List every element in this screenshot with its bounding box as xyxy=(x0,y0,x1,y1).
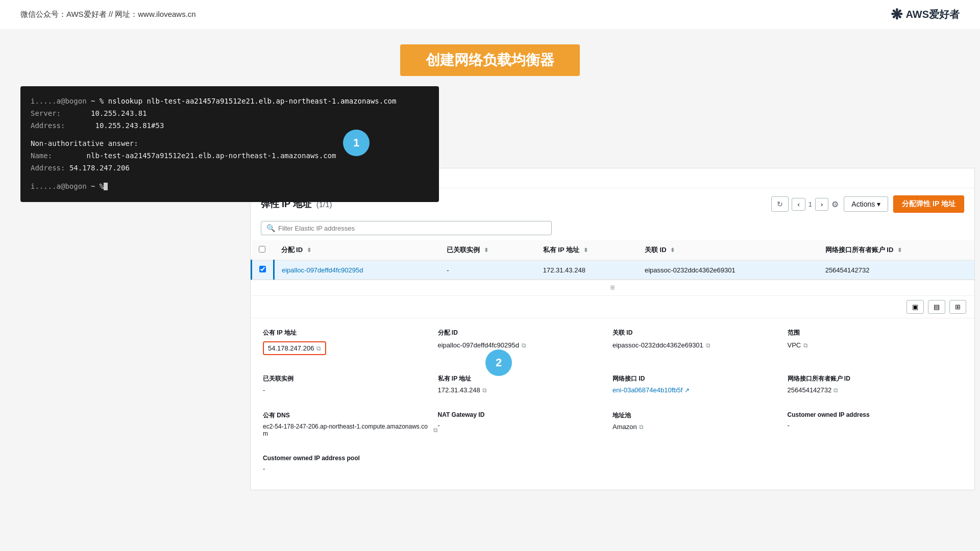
public-ip-label: 公有 IP 地址 xyxy=(263,329,438,337)
row-private-ip: 172.31.43.248 xyxy=(536,260,638,280)
terminal-line1: i.....a@bogon ~ % nslookup nlb-test-aa21… xyxy=(31,95,429,108)
terminal-addr: Address: 54.178.247.206 xyxy=(31,162,429,174)
customer-pool-label: Customer owned IP address pool xyxy=(263,455,438,462)
terminal-address: Address: 10.255.243.81#53 xyxy=(31,120,429,132)
detail-card-scope: 范围 VPC ⧉ xyxy=(788,329,963,364)
scope-value: VPC ⧉ xyxy=(788,341,963,349)
detail-icon-btn-1[interactable]: ▣ xyxy=(906,300,924,314)
terminal-prompt: i.....a@bogon ~ % xyxy=(31,181,429,193)
col-private-ip-header[interactable]: 私有 IP 地址 ⬍ xyxy=(536,240,638,260)
copy-dns-icon[interactable]: ⧉ xyxy=(433,427,438,434)
detail-network-interface: 网络接口 ID eni-03a06874e4b10fb5f ↗ xyxy=(612,374,788,401)
address-pool-label: 地址池 xyxy=(612,411,788,420)
row-association-id: eipassoc-0232ddc4362e69301 xyxy=(638,260,818,280)
private-ip-value: 172.31.43.248 ⧉ xyxy=(438,386,613,394)
allocation-id-value: eipalloc-097deffd4fc90295d ⧉ xyxy=(438,341,613,349)
detail-network-account: 网络接口所有者账户 ID 256454142732 ⧉ xyxy=(788,374,963,401)
ext-link-icon[interactable]: ↗ xyxy=(684,387,690,394)
detail-section-row3: 公有 DNS ec2-54-178-247-206.ap-northeast-1… xyxy=(251,411,974,455)
copy-private-ip-icon[interactable]: ⧉ xyxy=(482,387,487,394)
detail-cards-row1: 公有 IP 地址 54.178.247.206 ⧉ 分配 ID eipalloc… xyxy=(251,318,974,374)
private-ip-label: 私有 IP 地址 xyxy=(438,374,613,383)
search-input[interactable] xyxy=(278,224,546,232)
aws-logo: ❋ AWS爱好者 xyxy=(891,6,960,23)
detail-handle[interactable]: ≡ xyxy=(251,280,974,296)
detail-public-dns: 公有 DNS ec2-54-178-247-206.ap-northeast-1… xyxy=(263,411,438,444)
network-interface-label: 网络接口 ID xyxy=(612,374,788,383)
row-network-account: 256454142732 xyxy=(818,260,974,280)
search-input-wrap: 🔍 xyxy=(261,221,552,235)
terminal-server: Server: 10.255.243.81 xyxy=(31,108,429,120)
prev-page-button[interactable]: ‹ xyxy=(792,198,805,211)
network-account-value: 256454142732 ⧉ xyxy=(788,386,963,394)
detail-customer-ip: Customer owned IP address - xyxy=(788,411,963,444)
nat-gateway-value: - xyxy=(438,421,613,429)
detail-private-ip: 私有 IP 地址 172.31.43.248 ⧉ xyxy=(438,374,613,401)
title-banner: 创建网络负载均衡器 xyxy=(0,44,980,76)
public-ip-value: 54.178.247.206 ⧉ xyxy=(263,341,438,355)
col-association-id-header[interactable]: 关联 ID ⬍ xyxy=(638,240,818,260)
copy-public-ip-icon[interactable]: ⧉ xyxy=(316,345,321,352)
terminal: i.....a@bogon ~ % nslookup nlb-test-aa21… xyxy=(20,86,439,202)
detail-card-allocation: 分配 ID eipalloc-097deffd4fc90295d ⧉ xyxy=(438,329,613,364)
header-text: 微信公众号：AWS爱好者 // 网址：www.iloveaws.cn xyxy=(20,10,196,19)
settings-icon[interactable]: ⚙ xyxy=(831,199,839,209)
content-wrapper: i.....a@bogon ~ % nslookup nlb-test-aa21… xyxy=(0,86,980,545)
associated-instance-label: 已关联实例 xyxy=(263,374,438,383)
network-interface-value: eni-03a06874e4b10fb5f ↗ xyxy=(612,386,788,394)
col-network-account-header[interactable]: 网络接口所有者账户 ID ⬍ xyxy=(818,240,974,260)
badge-1: 1 xyxy=(343,130,370,156)
detail-customer-pool: Customer owned IP address pool - xyxy=(263,455,438,480)
detail-associated-instance: 已关联实例 - xyxy=(263,374,438,401)
table-header-row: 分配 ID ⬍ 已关联实例 ⬍ 私有 IP 地址 ⬍ 关联 ID ⬍ 网络接口所… xyxy=(252,240,975,260)
copy-scope-icon[interactable]: ⧉ xyxy=(803,342,808,349)
detail-address-pool: 地址池 Amazon ⧉ xyxy=(612,411,788,444)
refresh-button[interactable]: ↻ xyxy=(771,196,789,212)
associated-instance-value: - xyxy=(263,386,438,394)
copy-pool-icon[interactable]: ⧉ xyxy=(639,423,644,431)
detail-icon-btn-2[interactable]: ▤ xyxy=(928,300,945,314)
row-allocation-id: eipalloc-097deffd4fc90295d xyxy=(274,260,440,280)
allocation-id-label: 分配 ID xyxy=(438,329,613,337)
scope-label: 范围 xyxy=(788,329,963,337)
detail-card-public-ip: 公有 IP 地址 54.178.247.206 ⧉ xyxy=(263,329,438,364)
table-row[interactable]: eipalloc-097deffd4fc90295d - 172.31.43.2… xyxy=(252,260,975,280)
badge-2: 2 xyxy=(485,349,512,376)
network-interface-link[interactable]: eni-03a06874e4b10fb5f xyxy=(612,386,682,394)
nat-gateway-label: NAT Gateway ID xyxy=(438,411,613,418)
detail-nat-gateway: NAT Gateway ID - xyxy=(438,411,613,444)
detail-panel: 2 ≡ ▣ ▤ ⊞ 公有 IP 地址 54.178.247.206 ⧉ xyxy=(251,280,974,490)
association-id-label: 关联 ID xyxy=(612,329,788,337)
title-text: 创建网络负载均衡器 xyxy=(400,44,580,76)
customer-ip-label: Customer owned IP address xyxy=(788,411,963,418)
detail-icon-btn-3[interactable]: ⊞ xyxy=(949,300,966,314)
actions-button[interactable]: Actions ▾ xyxy=(844,196,888,212)
aws-flower-icon: ❋ xyxy=(891,6,902,23)
panel-actions: ↻ ‹ 1 › ⚙ Actions ▾ 分配弹性 IP 地址 xyxy=(771,195,964,213)
row-checkbox xyxy=(252,260,274,280)
table-wrap: 分配 ID ⬍ 已关联实例 ⬍ 私有 IP 地址 ⬍ 关联 ID ⬍ 网络接口所… xyxy=(251,240,974,280)
allocate-button[interactable]: 分配弹性 IP 地址 xyxy=(893,195,964,213)
detail-card-association: 关联 ID eipassoc-0232ddc4362e69301 ⧉ xyxy=(612,329,788,364)
logo-text: AWS爱好者 xyxy=(905,8,960,21)
public-dns-label: 公有 DNS xyxy=(263,411,438,420)
detail-actions-bar: ▣ ▤ ⊞ xyxy=(251,296,974,318)
col-checkbox xyxy=(252,240,274,260)
search-bar: 🔍 xyxy=(251,218,974,240)
public-dns-value: ec2-54-178-247-206.ap-northeast-1.comput… xyxy=(263,423,438,437)
next-page-button[interactable]: › xyxy=(815,198,828,211)
row-associated-instance: - xyxy=(439,260,535,280)
network-account-label: 网络接口所有者账户 ID xyxy=(788,374,963,383)
address-pool-value: Amazon ⧉ xyxy=(612,423,788,431)
association-id-value: eipassoc-0232ddc4362e69301 ⧉ xyxy=(612,341,788,349)
elastic-ip-table: 分配 ID ⬍ 已关联实例 ⬍ 私有 IP 地址 ⬍ 关联 ID ⬍ 网络接口所… xyxy=(251,240,974,280)
copy-allocation-icon[interactable]: ⧉ xyxy=(522,342,526,349)
page-number: 1 xyxy=(808,201,812,208)
copy-network-account-icon[interactable]: ⧉ xyxy=(834,387,838,394)
search-icon: 🔍 xyxy=(266,224,275,232)
col-associated-instance-header[interactable]: 已关联实例 ⬍ xyxy=(439,240,535,260)
header: 微信公众号：AWS爱好者 // 网址：www.iloveaws.cn ❋ AWS… xyxy=(0,0,980,29)
col-allocation-id-header[interactable]: 分配 ID ⬍ xyxy=(274,240,440,260)
console-panel: EC2 > 弹性 IP 地址 弹性 IP 地址 (1/1) ↻ ‹ 1 › ⚙ … xyxy=(250,168,975,490)
copy-association-icon[interactable]: ⧉ xyxy=(706,342,710,349)
